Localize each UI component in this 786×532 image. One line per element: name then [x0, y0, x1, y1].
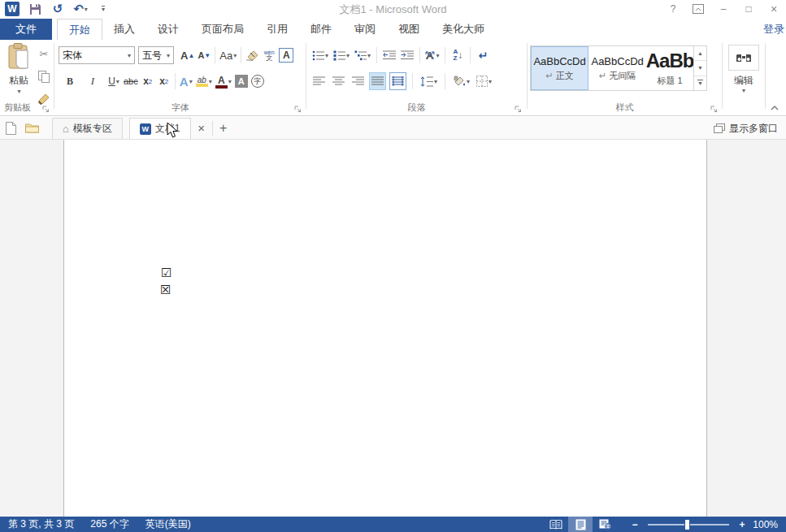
sign-in-link[interactable]: 登录 [763, 22, 784, 37]
change-case-button[interactable]: Aa▾ [218, 46, 238, 64]
language-status[interactable]: 英语(美国) [137, 517, 199, 531]
distributed-icon[interactable] [389, 72, 406, 90]
clipboard-dialog-launcher-icon[interactable] [42, 106, 50, 114]
zoom-slider[interactable] [648, 524, 729, 526]
align-right-icon[interactable] [350, 72, 366, 90]
zoom-slider-handle[interactable] [684, 519, 690, 530]
tab-file[interactable]: 文件 [0, 19, 52, 40]
new-tab-icon[interactable]: + [213, 117, 234, 139]
zoom-level[interactable]: 100% [749, 519, 786, 530]
grow-font-button[interactable]: A▲ [179, 46, 196, 64]
show-multiple-windows-button[interactable]: 显示多窗口 [714, 117, 778, 140]
shading-button[interactable]: ▾ [451, 72, 471, 90]
close-tab-icon[interactable]: × [191, 117, 212, 139]
tab-document1[interactable]: W 文档1 [129, 118, 191, 139]
binoculars-icon [736, 52, 752, 63]
save-icon[interactable] [28, 2, 42, 16]
checkbox-crossed-symbol[interactable]: ☒ [160, 284, 171, 296]
style-normal[interactable]: AaBbCcDd ↵ 正文 [531, 46, 588, 90]
subscript-button[interactable]: x2 [140, 72, 156, 90]
sort-button[interactable]: AZ ↓ [449, 46, 466, 64]
justify-icon[interactable] [369, 72, 386, 90]
help-icon[interactable]: ? [664, 2, 682, 16]
page-info[interactable]: 第 3 页, 共 3 页 [0, 517, 82, 531]
enclose-characters-button[interactable]: 字 [250, 72, 266, 90]
character-border-button[interactable]: A [277, 46, 295, 64]
show-hide-marks-button[interactable]: ↵ [475, 46, 491, 64]
maximize-icon[interactable]: □ [740, 2, 758, 16]
character-shading-button[interactable]: A [233, 72, 250, 90]
qat-customize-icon[interactable]: ▾ [96, 2, 111, 16]
undo-button[interactable]: ↶ ▾ [73, 2, 88, 16]
numbering-button[interactable]: ▾ [332, 46, 351, 64]
copy-icon[interactable] [36, 67, 52, 85]
zoom-in-button[interactable]: + [736, 519, 749, 530]
superscript-button[interactable]: x2 [156, 72, 172, 90]
find-button[interactable] [728, 45, 759, 71]
new-document-icon[interactable] [0, 117, 21, 139]
clear-formatting-icon[interactable] [244, 46, 261, 64]
borders-button[interactable]: ▾ [475, 72, 493, 90]
bold-button[interactable]: B [62, 72, 78, 90]
style-no-spacing[interactable]: AaBbCcDd ↵ 无间隔 [588, 46, 646, 90]
paste-button[interactable]: 粘贴 ▾ [2, 43, 35, 110]
print-layout-icon[interactable] [568, 517, 593, 532]
word-count[interactable]: 265 个字 [82, 517, 137, 531]
collapse-ribbon-icon[interactable] [770, 105, 779, 111]
font-dialog-launcher-icon[interactable] [294, 106, 302, 114]
tab-template-zone[interactable]: ⌂ 模板专区 [52, 118, 123, 139]
highlight-color-button[interactable]: ab ▾ [194, 72, 214, 90]
document-area: ☑ ☒ [0, 140, 786, 517]
tab-insert[interactable]: 插入 [102, 19, 146, 40]
web-layout-icon[interactable] [593, 517, 617, 532]
text-effects-button[interactable]: A▾ [178, 72, 194, 90]
font-name-select[interactable]: 宋体▾ [59, 46, 135, 64]
multilevel-list-button[interactable]: ▾ [353, 46, 372, 64]
align-left-icon[interactable] [310, 72, 327, 90]
styles-gallery-scrollbar: ▲ ▼ ▼ [693, 46, 706, 90]
editing-dropdown-icon[interactable]: ▾ [723, 87, 764, 94]
tab-view[interactable]: 视图 [387, 19, 431, 40]
strikethrough-button[interactable]: abc [122, 72, 140, 90]
tab-home[interactable]: 开始 [57, 19, 102, 40]
shrink-font-button[interactable]: A▼ [196, 46, 212, 64]
style-heading-1[interactable]: AaBb 标题 1 [646, 46, 693, 90]
editing-group-label: 编辑 [723, 74, 764, 88]
styles-scroll-up-icon[interactable]: ▲ [694, 46, 706, 61]
styles-dialog-launcher-icon[interactable] [710, 106, 719, 114]
tab-page-layout[interactable]: 页面布局 [190, 19, 255, 40]
font-size-select[interactable]: 五号▾ [138, 46, 174, 64]
read-mode-icon[interactable] [544, 517, 568, 532]
phonetic-guide-button[interactable]: wén文 [261, 46, 277, 64]
styles-group-label: 样式 [528, 102, 722, 114]
minimize-icon[interactable]: – [714, 2, 732, 16]
tab-mailings[interactable]: 邮件 [299, 19, 343, 40]
tab-references[interactable]: 引用 [255, 19, 299, 40]
increase-indent-icon[interactable] [399, 46, 415, 64]
group-clipboard: 粘贴 ▾ ✂ 剪贴板 [0, 40, 54, 116]
undo-dropdown-icon[interactable]: ▾ [85, 6, 88, 13]
align-center-icon[interactable] [330, 72, 346, 90]
document-page[interactable]: ☑ ☒ [63, 140, 707, 517]
decrease-indent-icon[interactable] [381, 46, 397, 64]
styles-scroll-down-icon[interactable]: ▼ [694, 61, 706, 76]
line-spacing-button[interactable]: ▾ [419, 72, 439, 90]
zoom-out-button[interactable]: − [628, 519, 641, 530]
close-icon[interactable]: × [765, 2, 783, 16]
italic-button[interactable]: I [85, 72, 101, 90]
font-color-button[interactable]: A ▾ [214, 72, 233, 90]
styles-more-icon[interactable]: ▼ [694, 76, 706, 90]
paste-dropdown-icon[interactable]: ▾ [17, 88, 20, 95]
tab-design[interactable]: 设计 [146, 19, 190, 40]
bullets-button[interactable]: ▾ [310, 46, 330, 64]
tab-review[interactable]: 审阅 [343, 19, 387, 40]
tab-beautify-master[interactable]: 美化大师 [431, 19, 496, 40]
redo-icon[interactable]: ↺ [50, 2, 65, 16]
open-folder-icon[interactable] [21, 117, 42, 139]
cut-icon[interactable]: ✂ [36, 45, 52, 63]
underline-button[interactable]: U▾ [106, 72, 122, 90]
ribbon-display-options-icon[interactable] [689, 2, 707, 16]
asian-layout-button[interactable]: A ▾ [424, 46, 441, 64]
paragraph-dialog-launcher-icon[interactable] [515, 106, 523, 114]
checkbox-checked-symbol[interactable]: ☑ [161, 267, 172, 279]
